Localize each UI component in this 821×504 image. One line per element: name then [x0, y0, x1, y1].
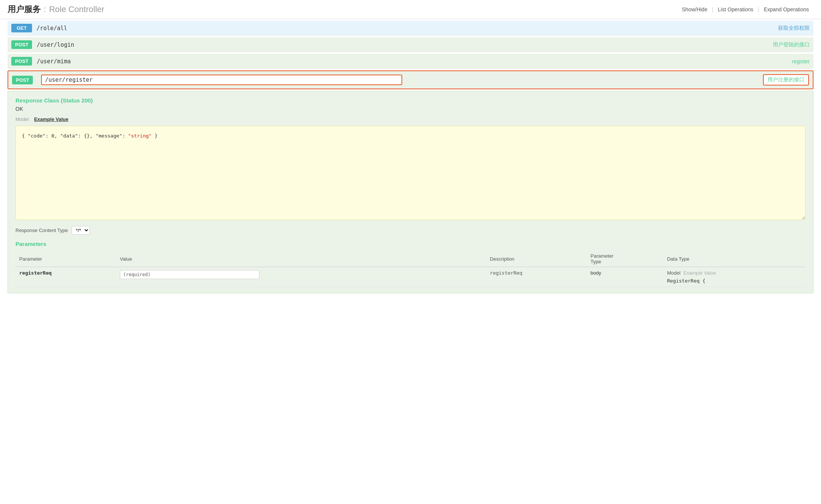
response-ok: OK: [15, 106, 806, 112]
list-operations-link[interactable]: List Operations: [713, 6, 758, 12]
operation-desc-post-mima: register: [792, 58, 810, 64]
response-content-type: Response Content Type */*: [15, 226, 806, 235]
header-actions: Show/Hide | List Operations | Expand Ope…: [677, 6, 813, 12]
service-name: 用户服务: [8, 4, 41, 15]
param-value-input[interactable]: [120, 270, 259, 279]
parameters-section: Parameters Parameter Value Description P…: [15, 241, 806, 287]
show-hide-link[interactable]: Show/Hide: [677, 6, 712, 12]
operations-container: GET /role/all 获取全部权限 POST /user/login 用户…: [0, 21, 821, 293]
title-separator: :: [44, 5, 46, 14]
operation-desc-post-login: 用户登陆的接口: [773, 41, 810, 48]
expanded-content: Response Class (Status 200) OK Model Exa…: [8, 91, 813, 293]
controller-name: Role Controller: [49, 5, 104, 14]
col-header-param-type: ParameterType: [587, 251, 663, 267]
model-tab-label: Model: [15, 116, 29, 122]
col-header-data-type: Data Type: [663, 251, 806, 267]
table-row: registerReq registerReq body Model Examp…: [15, 267, 806, 287]
operation-row-post-register[interactable]: POST /user/register 用户注册的接口: [8, 70, 813, 89]
method-badge-get: GET: [11, 24, 32, 32]
operation-desc-post-register: 用户注册的接口: [763, 74, 809, 86]
data-type-example[interactable]: Example Value: [683, 270, 716, 276]
col-header-parameter: Parameter: [15, 251, 116, 267]
method-badge-post-mima: POST: [11, 57, 32, 66]
operation-row-post-mima[interactable]: POST /user/mima register: [8, 54, 813, 69]
example-value-tab[interactable]: Example Value: [32, 116, 70, 123]
operation-desc-get: 获取全部权限: [778, 25, 810, 32]
params-table: Parameter Value Description ParameterTyp…: [15, 251, 806, 287]
response-class-title: Response Class (Status 200): [15, 97, 806, 104]
parameters-title: Parameters: [15, 241, 806, 247]
method-badge-post-login: POST: [11, 40, 32, 49]
model-tabs: Model Example Value: [15, 116, 806, 123]
operation-path-post-register: /user/register: [41, 75, 402, 85]
operation-path-post-mima: /user/mima: [37, 58, 792, 65]
expand-operations-link[interactable]: Expand Operations: [759, 6, 813, 12]
content-type-select[interactable]: */*: [72, 226, 90, 235]
operation-row-get[interactable]: GET /role/all 获取全部权限: [8, 21, 813, 36]
method-badge-post-register: POST: [12, 76, 33, 84]
operation-row-post-login[interactable]: POST /user/login 用户登陆的接口: [8, 37, 813, 52]
json-preview: { "code": 0, "data": {}, "message": "str…: [15, 126, 806, 220]
register-req-class: RegisterReq {: [667, 278, 802, 284]
param-description: registerReq: [490, 270, 522, 276]
data-type-cell: Model Example Value: [667, 270, 802, 276]
operation-path-post-login: /user/login: [37, 41, 773, 48]
data-type-model[interactable]: Model: [667, 270, 680, 276]
page-title: 用户服务 : Role Controller: [8, 4, 104, 15]
col-header-description: Description: [486, 251, 587, 267]
operation-path-get: /role/all: [37, 25, 778, 32]
param-type: body: [591, 270, 601, 276]
response-content-type-label: Response Content Type: [15, 228, 68, 233]
col-header-value: Value: [116, 251, 486, 267]
page-header: 用户服务 : Role Controller Show/Hide | List …: [0, 0, 821, 19]
param-name: registerReq: [19, 270, 52, 276]
